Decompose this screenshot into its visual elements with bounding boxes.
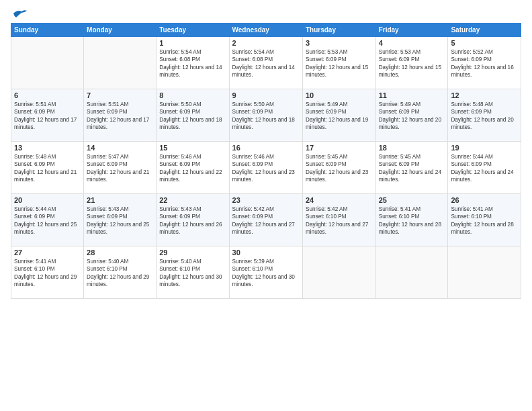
table-row: 10Sunrise: 5:49 AM Sunset: 6:09 PM Dayli… <box>302 89 375 142</box>
day-info: Sunrise: 5:52 AM Sunset: 6:09 PM Dayligh… <box>451 48 518 79</box>
table-row: 30Sunrise: 5:39 AM Sunset: 6:10 PM Dayli… <box>229 246 302 299</box>
page: Sunday Monday Tuesday Wednesday Thursday… <box>0 0 532 411</box>
day-number: 20 <box>14 196 81 204</box>
day-info: Sunrise: 5:40 AM Sunset: 6:10 PM Dayligh… <box>159 258 226 289</box>
day-number: 29 <box>159 248 226 257</box>
day-info: Sunrise: 5:47 AM Sunset: 6:09 PM Dayligh… <box>87 153 153 184</box>
day-number: 7 <box>87 91 153 99</box>
day-info: Sunrise: 5:49 AM Sunset: 6:09 PM Dayligh… <box>306 101 373 132</box>
day-info: Sunrise: 5:45 AM Sunset: 6:09 PM Dayligh… <box>379 153 445 184</box>
day-number: 4 <box>379 39 445 47</box>
day-number: 11 <box>379 91 445 99</box>
table-row: 15Sunrise: 5:46 AM Sunset: 6:09 PM Dayli… <box>157 142 229 194</box>
table-row: 14Sunrise: 5:47 AM Sunset: 6:09 PM Dayli… <box>84 142 157 194</box>
col-wednesday: Wednesday <box>229 24 302 37</box>
day-number: 26 <box>451 196 518 204</box>
table-row: 25Sunrise: 5:41 AM Sunset: 6:10 PM Dayli… <box>375 194 448 246</box>
day-info: Sunrise: 5:41 AM Sunset: 6:10 PM Dayligh… <box>14 258 81 289</box>
table-row: 16Sunrise: 5:46 AM Sunset: 6:09 PM Dayli… <box>229 142 302 194</box>
table-row: 12Sunrise: 5:48 AM Sunset: 6:09 PM Dayli… <box>448 89 521 142</box>
day-info: Sunrise: 5:45 AM Sunset: 6:09 PM Dayligh… <box>306 153 373 184</box>
day-number: 17 <box>306 144 373 152</box>
table-row <box>11 37 84 89</box>
day-number: 12 <box>451 91 518 99</box>
table-row: 17Sunrise: 5:45 AM Sunset: 6:09 PM Dayli… <box>302 142 375 194</box>
table-row: 11Sunrise: 5:49 AM Sunset: 6:09 PM Dayli… <box>375 89 448 142</box>
day-number: 2 <box>232 39 300 47</box>
table-row <box>448 246 521 299</box>
day-info: Sunrise: 5:43 AM Sunset: 6:09 PM Dayligh… <box>159 205 226 236</box>
table-row: 7Sunrise: 5:51 AM Sunset: 6:09 PM Daylig… <box>84 89 157 142</box>
table-row <box>302 246 375 299</box>
day-info: Sunrise: 5:46 AM Sunset: 6:09 PM Dayligh… <box>232 153 300 184</box>
day-number: 14 <box>87 144 153 152</box>
day-number: 25 <box>379 196 445 204</box>
table-row: 26Sunrise: 5:41 AM Sunset: 6:10 PM Dayli… <box>448 194 521 246</box>
day-number: 8 <box>159 91 226 99</box>
col-saturday: Saturday <box>448 24 521 37</box>
day-info: Sunrise: 5:53 AM Sunset: 6:09 PM Dayligh… <box>379 48 445 79</box>
table-row: 3Sunrise: 5:53 AM Sunset: 6:09 PM Daylig… <box>302 37 375 89</box>
day-number: 15 <box>159 144 226 152</box>
table-row: 13Sunrise: 5:48 AM Sunset: 6:09 PM Dayli… <box>11 142 84 194</box>
day-info: Sunrise: 5:48 AM Sunset: 6:09 PM Dayligh… <box>451 101 518 132</box>
day-number: 21 <box>87 196 153 204</box>
calendar-week-row: 1Sunrise: 5:54 AM Sunset: 6:08 PM Daylig… <box>11 37 521 89</box>
table-row: 18Sunrise: 5:45 AM Sunset: 6:09 PM Dayli… <box>375 142 448 194</box>
table-row: 28Sunrise: 5:40 AM Sunset: 6:10 PM Dayli… <box>84 246 157 299</box>
day-number: 30 <box>232 248 300 257</box>
day-info: Sunrise: 5:46 AM Sunset: 6:09 PM Dayligh… <box>159 153 226 184</box>
day-number: 3 <box>306 39 373 47</box>
table-row: 19Sunrise: 5:44 AM Sunset: 6:09 PM Dayli… <box>448 142 521 194</box>
logo <box>11 8 27 19</box>
col-thursday: Thursday <box>302 24 375 37</box>
table-row: 27Sunrise: 5:41 AM Sunset: 6:10 PM Dayli… <box>11 246 84 299</box>
day-info: Sunrise: 5:43 AM Sunset: 6:09 PM Dayligh… <box>87 205 153 236</box>
day-number: 27 <box>14 248 81 257</box>
day-number: 6 <box>14 91 81 99</box>
table-row: 20Sunrise: 5:44 AM Sunset: 6:09 PM Dayli… <box>11 194 84 246</box>
calendar-week-row: 13Sunrise: 5:48 AM Sunset: 6:09 PM Dayli… <box>11 142 521 194</box>
day-number: 23 <box>232 196 300 204</box>
col-friday: Friday <box>375 24 448 37</box>
table-row: 6Sunrise: 5:51 AM Sunset: 6:09 PM Daylig… <box>11 89 84 142</box>
day-info: Sunrise: 5:40 AM Sunset: 6:10 PM Dayligh… <box>87 258 153 289</box>
table-row: 4Sunrise: 5:53 AM Sunset: 6:09 PM Daylig… <box>375 37 448 89</box>
calendar-week-row: 20Sunrise: 5:44 AM Sunset: 6:09 PM Dayli… <box>11 194 521 246</box>
calendar-week-row: 27Sunrise: 5:41 AM Sunset: 6:10 PM Dayli… <box>11 246 521 299</box>
day-number: 18 <box>379 144 445 152</box>
day-number: 28 <box>87 248 153 257</box>
calendar-header-row: Sunday Monday Tuesday Wednesday Thursday… <box>11 24 521 37</box>
day-info: Sunrise: 5:39 AM Sunset: 6:10 PM Dayligh… <box>232 258 300 289</box>
table-row: 21Sunrise: 5:43 AM Sunset: 6:09 PM Dayli… <box>84 194 157 246</box>
table-row: 1Sunrise: 5:54 AM Sunset: 6:08 PM Daylig… <box>157 37 229 89</box>
logo-bird-icon <box>12 8 27 19</box>
day-number: 10 <box>306 91 373 99</box>
day-info: Sunrise: 5:50 AM Sunset: 6:09 PM Dayligh… <box>232 101 300 132</box>
day-info: Sunrise: 5:54 AM Sunset: 6:08 PM Dayligh… <box>159 48 226 79</box>
table-row: 9Sunrise: 5:50 AM Sunset: 6:09 PM Daylig… <box>229 89 302 142</box>
day-info: Sunrise: 5:54 AM Sunset: 6:08 PM Dayligh… <box>232 48 300 79</box>
table-row: 22Sunrise: 5:43 AM Sunset: 6:09 PM Dayli… <box>157 194 229 246</box>
table-row: 29Sunrise: 5:40 AM Sunset: 6:10 PM Dayli… <box>157 246 229 299</box>
table-row: 8Sunrise: 5:50 AM Sunset: 6:09 PM Daylig… <box>157 89 229 142</box>
table-row: 23Sunrise: 5:42 AM Sunset: 6:09 PM Dayli… <box>229 194 302 246</box>
day-info: Sunrise: 5:41 AM Sunset: 6:10 PM Dayligh… <box>379 205 445 236</box>
table-row: 24Sunrise: 5:42 AM Sunset: 6:10 PM Dayli… <box>302 194 375 246</box>
day-info: Sunrise: 5:42 AM Sunset: 6:10 PM Dayligh… <box>306 205 373 236</box>
col-monday: Monday <box>84 24 157 37</box>
day-info: Sunrise: 5:49 AM Sunset: 6:09 PM Dayligh… <box>379 101 445 132</box>
day-info: Sunrise: 5:42 AM Sunset: 6:09 PM Dayligh… <box>232 205 300 236</box>
calendar-week-row: 6Sunrise: 5:51 AM Sunset: 6:09 PM Daylig… <box>11 89 521 142</box>
day-number: 19 <box>451 144 518 152</box>
day-number: 5 <box>451 39 518 47</box>
day-info: Sunrise: 5:51 AM Sunset: 6:09 PM Dayligh… <box>14 101 81 132</box>
day-number: 24 <box>306 196 373 204</box>
day-number: 16 <box>232 144 300 152</box>
day-info: Sunrise: 5:50 AM Sunset: 6:09 PM Dayligh… <box>159 101 226 132</box>
table-row <box>84 37 157 89</box>
day-info: Sunrise: 5:53 AM Sunset: 6:09 PM Dayligh… <box>306 48 373 79</box>
col-tuesday: Tuesday <box>157 24 229 37</box>
table-row <box>375 246 448 299</box>
table-row: 5Sunrise: 5:52 AM Sunset: 6:09 PM Daylig… <box>448 37 521 89</box>
